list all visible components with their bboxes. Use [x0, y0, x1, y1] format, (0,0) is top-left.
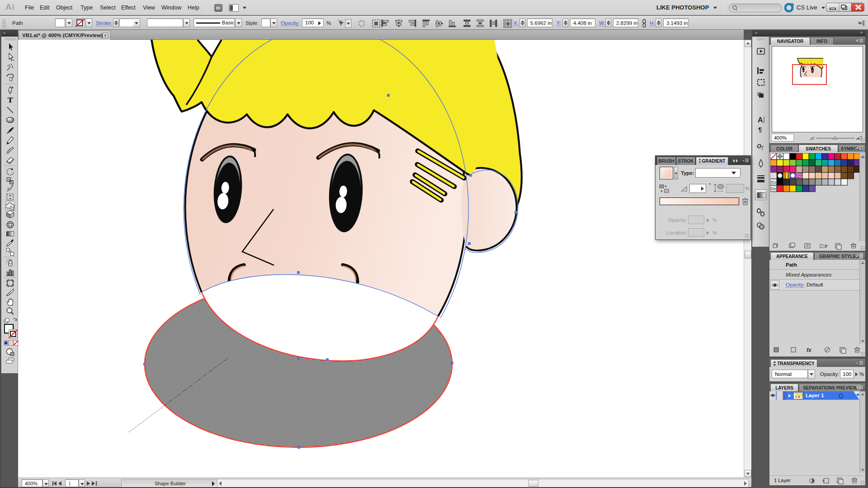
svg-text:¶: ¶: [758, 126, 762, 133]
svg-text:fx: fx: [807, 347, 812, 353]
svg-text:T: T: [761, 146, 764, 151]
svg-text:A: A: [758, 116, 763, 124]
svg-text:T: T: [8, 95, 13, 104]
